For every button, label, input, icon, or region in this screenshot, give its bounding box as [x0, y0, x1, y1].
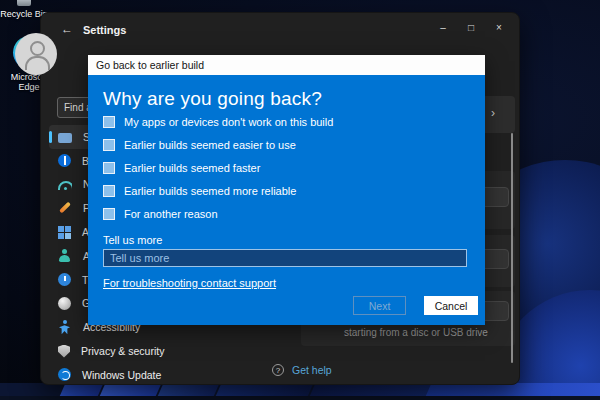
checkbox-label: Earlier builds seemed more reliable — [115, 185, 296, 197]
checkbox-label: Earlier builds seemed faster — [115, 162, 260, 174]
user-avatar[interactable] — [15, 33, 57, 75]
wallpaper-petal — [57, 383, 106, 397]
window-title: Settings — [83, 24, 126, 36]
brush-icon — [58, 201, 72, 215]
tell-us-more-label: Tell us more — [103, 234, 485, 246]
apps-grid-icon — [58, 226, 71, 239]
checkbox-row[interactable]: Earlier builds seemed easier to use — [103, 133, 485, 156]
scrollbar[interactable] — [511, 133, 514, 363]
checkbox[interactable] — [103, 162, 115, 174]
system-icon — [58, 133, 72, 143]
accessibility-icon — [58, 320, 72, 334]
checkbox-label: My apps or devices don't work on this bu… — [115, 116, 333, 128]
recycle-bin-icon — [17, 0, 31, 6]
sidebar-item-windows-update[interactable]: Windows Update — [49, 363, 245, 385]
checkbox-row[interactable]: Earlier builds seemed faster — [103, 156, 485, 179]
dialog-buttons: Next Cancel — [353, 296, 478, 315]
wallpaper-petal — [155, 383, 222, 397]
wallpaper-petal — [97, 383, 164, 397]
clock-icon — [58, 273, 71, 286]
close-button[interactable]: × — [485, 17, 513, 37]
wallpaper-petals — [0, 383, 600, 397]
sidebar-item-label: Windows Update — [82, 369, 161, 381]
sidebar-item-privacy-security[interactable]: Privacy & security — [49, 339, 245, 363]
go-back-dialog: Go back to earlier build Why are you goi… — [88, 55, 485, 325]
cancel-button[interactable]: Cancel — [424, 296, 478, 315]
dialog-titlebar: Go back to earlier build — [88, 55, 485, 75]
window-controls: – □ × — [429, 17, 513, 37]
checkbox-row[interactable]: For another reason — [103, 202, 485, 225]
wallpaper-petal — [423, 383, 600, 397]
next-button[interactable]: Next — [353, 296, 406, 315]
tell-us-more-input[interactable] — [103, 249, 467, 267]
xbox-icon — [58, 297, 71, 310]
wifi-icon — [58, 181, 72, 190]
checkbox-row[interactable]: My apps or devices don't work on this bu… — [103, 110, 485, 133]
wallpaper-bottom-strip — [0, 396, 600, 400]
maximize-button[interactable]: □ — [457, 17, 485, 37]
checkbox[interactable] — [103, 116, 115, 128]
help-icon: ? — [272, 364, 284, 376]
checkbox-label: Earlier builds seemed easier to use — [115, 139, 296, 151]
get-help-link[interactable]: ? Get help — [272, 364, 332, 376]
checkbox-label: For another reason — [115, 208, 218, 220]
checkbox[interactable] — [103, 139, 115, 151]
get-help-label: Get help — [292, 364, 332, 376]
dialog-heading: Why are you going back? — [103, 88, 485, 110]
sidebar-item-label: Privacy & security — [81, 345, 164, 357]
minimize-button[interactable]: – — [429, 17, 457, 37]
shield-icon — [58, 345, 70, 358]
update-arrows-icon — [58, 368, 71, 381]
person-icon — [58, 249, 72, 263]
wallpaper-petal — [307, 383, 438, 397]
window-titlebar: ← Settings – □ × — [41, 13, 519, 47]
chevron-right-icon: › — [491, 106, 495, 120]
checkbox[interactable] — [103, 208, 115, 220]
back-button[interactable]: ← — [61, 22, 73, 36]
checkbox[interactable] — [103, 185, 115, 197]
desktop: Recycle Bin Microsoft Edge ← Settings – … — [0, 0, 600, 400]
support-link[interactable]: For troubleshooting contact support — [103, 277, 276, 289]
dialog-body: Why are you going back? My apps or devic… — [88, 75, 485, 325]
card-description-text: starting from a disc or USB drive — [344, 327, 488, 338]
wallpaper-petal — [213, 383, 316, 397]
bluetooth-icon — [58, 154, 71, 167]
checkbox-row[interactable]: Earlier builds seemed more reliable — [103, 179, 485, 202]
